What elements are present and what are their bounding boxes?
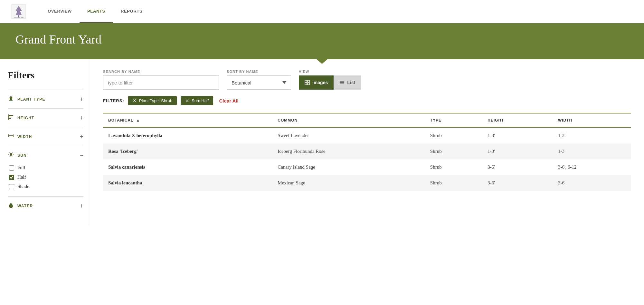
svg-rect-22 (305, 80, 307, 82)
sun-shade-checkbox[interactable] (9, 184, 14, 189)
clear-all-button[interactable]: Clear All (217, 98, 240, 103)
controls-row: SEARCH BY NAME SORT BY NAME Botanical Co… (103, 70, 631, 90)
list-icon (339, 80, 345, 85)
filters-row: FILTERS: ✕ Plant Type: Shrub ✕ Sun: Half… (103, 96, 631, 105)
cell-type: Shrub (425, 175, 482, 191)
nav-reports[interactable]: REPORTS (113, 0, 150, 23)
width-icon (8, 133, 14, 141)
filter-section-water: WATER + (8, 196, 83, 215)
svg-line-21 (9, 156, 9, 156)
cell-botanical: Salvia leucantha (103, 175, 272, 191)
cell-common: Mexican Sage (272, 175, 425, 191)
svg-rect-5 (11, 101, 11, 101)
svg-rect-26 (340, 81, 344, 82)
search-group: SEARCH BY NAME (103, 70, 219, 90)
height-toggle[interactable]: + (80, 115, 83, 121)
col-botanical[interactable]: BOTANICAL ▲ (103, 113, 272, 127)
nav-overview[interactable]: OVERVIEW (40, 0, 80, 23)
svg-rect-7 (9, 117, 12, 117)
tree-icon (8, 95, 14, 103)
plant-type-toggle[interactable]: + (80, 96, 83, 103)
sun-options: Full Half Shade (8, 159, 83, 191)
filter-tag-plant-type-text: Plant Type: Shrub (139, 98, 172, 103)
height-text: HEIGHT (17, 116, 34, 120)
cell-width: 3-6', 6-12' (553, 159, 631, 175)
cell-botanical: Salvia canariensis (103, 159, 272, 175)
view-label: VIEW (299, 70, 361, 74)
sun-toggle[interactable]: − (80, 152, 83, 159)
cell-width: 1-3' (553, 127, 631, 143)
remove-sun-filter[interactable]: ✕ (185, 98, 189, 103)
filter-section-sun: SUN − Full Half Shade (8, 146, 83, 196)
width-toggle[interactable]: + (80, 133, 83, 140)
nav-plants[interactable]: PLANTS (80, 0, 113, 23)
cell-type: Shrub (425, 127, 482, 143)
filter-water-header[interactable]: WATER + (8, 202, 83, 210)
filter-section-height: HEIGHT + (8, 108, 83, 127)
sun-option-shade[interactable]: Shade (9, 182, 83, 191)
filter-height-header[interactable]: HEIGHT + (8, 114, 83, 122)
cell-height: 1-3' (482, 127, 553, 143)
cell-common: Iceberg Floribunda Rose (272, 143, 425, 159)
sun-option-half[interactable]: Half (9, 172, 83, 182)
svg-rect-23 (308, 80, 309, 82)
filter-sun-header[interactable]: SUN − (8, 151, 83, 159)
sun-full-checkbox[interactable] (9, 165, 14, 171)
cell-type: Shrub (425, 159, 482, 175)
water-icon (8, 202, 14, 210)
water-text: WATER (17, 204, 33, 208)
search-label: SEARCH BY NAME (103, 70, 219, 74)
filter-tag-plant-type: ✕ Plant Type: Shrub (128, 96, 177, 105)
sun-shade-label: Shade (17, 184, 29, 189)
nav-links: OVERVIEW PLANTS REPORTS (40, 0, 150, 23)
filter-width-header[interactable]: WIDTH + (8, 133, 83, 141)
svg-line-19 (12, 156, 13, 156)
main-layout: Filters PLANT TYPE + (0, 59, 644, 225)
view-images-button[interactable]: Images (299, 75, 334, 90)
view-list-button[interactable]: List (334, 75, 361, 90)
col-type[interactable]: TYPE (425, 113, 482, 127)
navigation: THE GRAND TREE OVERVIEW PLANTS REPORTS (0, 0, 644, 23)
remove-plant-type-filter[interactable]: ✕ (133, 98, 137, 103)
cell-height: 3-6' (482, 159, 553, 175)
sun-full-label: Full (17, 165, 25, 171)
svg-rect-25 (308, 83, 309, 85)
water-toggle[interactable]: + (80, 203, 83, 209)
cell-type: Shrub (425, 143, 482, 159)
filter-plant-type-header[interactable]: PLANT TYPE + (8, 95, 83, 103)
sun-half-checkbox[interactable] (9, 175, 14, 180)
view-buttons: Images List (299, 75, 361, 90)
width-text: WIDTH (17, 134, 32, 139)
sort-group: SORT BY NAME Botanical Common (227, 70, 291, 90)
cell-botanical: Lavandula X heterophylla (103, 127, 272, 143)
height-icon (8, 114, 14, 122)
svg-rect-27 (340, 82, 344, 83)
filter-tag-sun: ✕ Sun: Half (181, 96, 213, 105)
table-row: Rosa 'Iceberg' Iceberg Floribunda Rose S… (103, 143, 631, 159)
col-height[interactable]: HEIGHT (482, 113, 553, 127)
svg-rect-6 (9, 115, 13, 116)
cell-width: 1-3' (553, 143, 631, 159)
plant-type-text: PLANT TYPE (17, 97, 45, 102)
plant-table: BOTANICAL ▲ COMMON TYPE HEIGHT WIDTH Lav… (103, 113, 631, 191)
svg-rect-2 (18, 15, 19, 17)
svg-text:THE GRAND TREE: THE GRAND TREE (14, 17, 24, 18)
col-common[interactable]: COMMON (272, 113, 425, 127)
logo: THE GRAND TREE (10, 3, 27, 20)
cell-width: 3-6' (553, 175, 631, 191)
hero-triangle (316, 59, 328, 64)
filter-water-label: WATER (8, 202, 33, 210)
col-width[interactable]: WIDTH (553, 113, 631, 127)
svg-rect-12 (13, 134, 14, 137)
sort-select[interactable]: Botanical Common (227, 75, 291, 90)
logo-icon: THE GRAND TREE (10, 3, 27, 20)
cell-botanical: Rosa 'Iceberg' (103, 143, 272, 159)
svg-point-13 (10, 153, 12, 156)
cell-common: Canary Island Sage (272, 159, 425, 175)
svg-rect-9 (8, 114, 9, 120)
cell-common: Sweet Lavender (272, 127, 425, 143)
sun-icon (8, 151, 14, 159)
sun-option-full[interactable]: Full (9, 163, 83, 172)
filters-heading: Filters (8, 70, 83, 81)
search-input[interactable] (103, 75, 219, 90)
